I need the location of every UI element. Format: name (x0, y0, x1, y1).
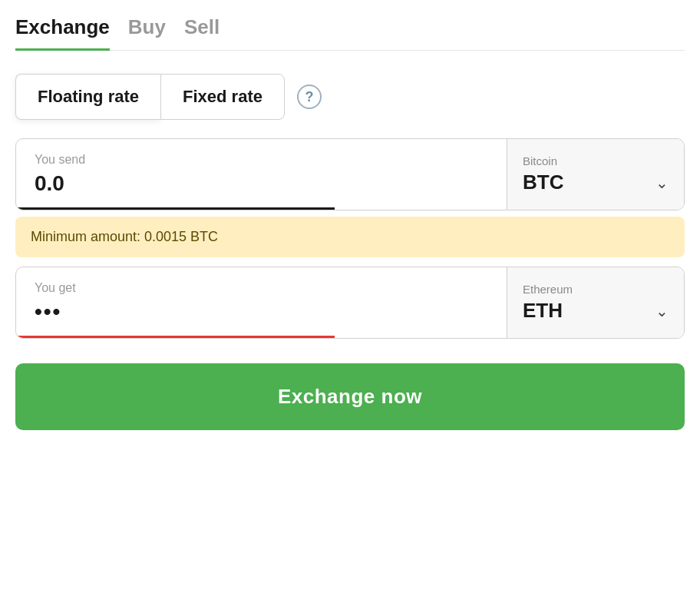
send-currency-code: BTC (523, 171, 563, 194)
tab-exchange[interactable]: Exchange (15, 15, 110, 51)
receive-underline (16, 336, 335, 338)
main-container: Exchange Buy Sell Floating rate Fixed ra… (15, 15, 685, 578)
fixed-rate-button[interactable]: Fixed rate (160, 74, 285, 120)
receive-currency-selector[interactable]: Ethereum ETH ⌄ (507, 267, 684, 338)
help-icon[interactable]: ? (297, 84, 322, 109)
send-label: You send (35, 153, 488, 167)
receive-currency-row: ETH ⌄ (523, 299, 669, 323)
send-input-area: You send (16, 139, 507, 210)
nav-tabs: Exchange Buy Sell (15, 15, 685, 51)
send-underline (16, 207, 335, 210)
send-row: You send Bitcoin BTC ⌄ (15, 138, 685, 210)
receive-currency-code: ETH (523, 299, 563, 323)
rate-selector: Floating rate Fixed rate ? (15, 74, 685, 120)
tab-buy[interactable]: Buy (128, 15, 166, 51)
send-currency-row: BTC ⌄ (523, 171, 669, 194)
receive-input-area: You get ••• (16, 267, 507, 338)
minimum-amount-warning: Minimum amount: 0.0015 BTC (15, 217, 685, 257)
receive-row: You get ••• Ethereum ETH ⌄ (15, 267, 685, 339)
exchange-now-button[interactable]: Exchange now (15, 363, 685, 430)
tab-sell[interactable]: Sell (184, 15, 220, 51)
form-area: You send Bitcoin BTC ⌄ Minimum amount: 0… (15, 138, 685, 339)
floating-rate-button[interactable]: Floating rate (15, 74, 160, 120)
receive-amount-value: ••• (35, 300, 488, 324)
receive-currency-chevron-icon: ⌄ (655, 302, 669, 320)
receive-label: You get (35, 281, 488, 295)
send-currency-selector[interactable]: Bitcoin BTC ⌄ (507, 139, 684, 210)
receive-currency-name: Ethereum (523, 283, 669, 296)
send-amount-input[interactable] (35, 171, 488, 196)
send-currency-chevron-icon: ⌄ (655, 174, 669, 192)
send-currency-name: Bitcoin (523, 154, 669, 167)
